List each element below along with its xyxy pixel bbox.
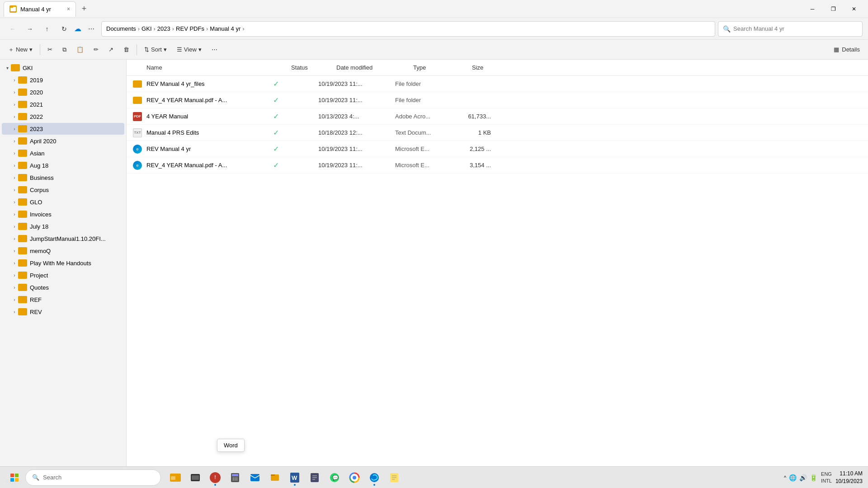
taskbar-whatsapp[interactable]: 💬 — [326, 469, 344, 487]
sidebar-item-aug-18[interactable]: › Aug 18 — [2, 160, 124, 171]
details-button[interactable]: ▦ Details — [829, 42, 864, 57]
paste-button[interactable]: 📋 — [72, 42, 88, 57]
sidebar-item-corpus[interactable]: › Corpus — [2, 184, 124, 196]
sidebar-item-gki[interactable]: ▾ GKI — [2, 62, 124, 74]
file-size: 1 KB — [454, 129, 495, 136]
table-row[interactable]: e REV Manual 4 yr ✓ 10/19/2023 11:... Mi… — [127, 141, 868, 157]
refresh-button[interactable]: ↻ — [57, 22, 71, 36]
file-area: Name Status Date modified Type Size REV … — [127, 60, 868, 474]
search-box[interactable]: 🔍 — [718, 21, 863, 37]
sidebar-item-2021[interactable]: › 2021 — [2, 99, 124, 110]
sidebar-label: Play With Me Handouts — [30, 260, 91, 267]
col-header-type[interactable]: Type — [413, 64, 472, 71]
start-button[interactable] — [5, 469, 24, 487]
datetime-display[interactable]: 11:10 AM 10/19/2023 — [835, 470, 863, 485]
new-button[interactable]: ＋ New ▾ — [4, 42, 37, 57]
sidebar-item-invoices[interactable]: › Invoices — [2, 208, 124, 220]
table-row[interactable]: REV Manual 4 yr_files ✓ 10/19/2023 11:..… — [127, 76, 868, 92]
delete-button[interactable]: 🗑 — [119, 42, 134, 57]
taskbar-files[interactable] — [266, 469, 284, 487]
sidebar-item-asian[interactable]: › Asian — [2, 147, 124, 159]
svg-rect-3 — [171, 476, 175, 480]
close-button[interactable]: ✕ — [844, 1, 864, 17]
tab-close-button[interactable]: × — [67, 6, 70, 12]
taskbar-edge[interactable] — [365, 469, 383, 487]
sidebar-item-july-18[interactable]: › July 18 — [2, 221, 124, 232]
rename-button[interactable]: ✏ — [89, 42, 103, 57]
taskbar-notes[interactable] — [385, 469, 403, 487]
taskbar-outlook[interactable] — [246, 469, 264, 487]
forward-button[interactable]: → — [23, 22, 37, 36]
nav-more-button[interactable]: ⋯ — [84, 22, 99, 36]
search-input[interactable] — [733, 25, 858, 32]
cloud-icon: ☁ — [74, 24, 81, 33]
up-button[interactable]: ↑ — [40, 22, 54, 36]
rename-icon: ✏ — [94, 46, 99, 53]
table-row[interactable]: PDF 4 YEAR Manual ✓ 10/13/2023 4:... Ado… — [127, 108, 868, 125]
sidebar-label: 2022 — [30, 113, 43, 120]
col-header-date[interactable]: Date modified — [336, 64, 413, 71]
more-button[interactable]: ⋯ — [207, 42, 222, 57]
col-header-name[interactable]: Name — [146, 64, 291, 71]
back-button[interactable]: ← — [5, 22, 20, 36]
folder-icon — [18, 186, 27, 193]
view-button[interactable]: ☰ View ▾ — [172, 42, 206, 57]
table-row[interactable]: TXT Manual 4 PRS Edits ✓ 10/18/2023 12:.… — [127, 125, 868, 141]
file-type: File folder — [395, 80, 454, 87]
status-ok-icon: ✓ — [273, 96, 279, 104]
sidebar-label: Corpus — [30, 187, 49, 193]
table-row[interactable]: e REV_4 YEAR Manual.pdf - A... ✓ 10/19/2… — [127, 157, 868, 174]
sidebar-item-2020[interactable]: › 2020 — [2, 86, 124, 98]
taskbar-word[interactable]: W — [286, 469, 304, 487]
taskbar-calculator[interactable] — [226, 469, 244, 487]
sidebar-item-2023[interactable]: › 2023 — [2, 123, 124, 135]
taskbar-filemanager[interactable] — [186, 469, 204, 487]
sidebar-item-april-2020[interactable]: › April 2020 — [2, 135, 124, 147]
folder-icon — [18, 113, 27, 120]
cut-button[interactable]: ✂ — [43, 42, 57, 57]
folder-icon — [18, 76, 27, 84]
col-header-status[interactable]: Status — [291, 64, 336, 71]
status-ok-icon: ✓ — [273, 161, 279, 169]
sidebar-item-quotes[interactable]: › Quotes — [2, 282, 124, 293]
taskbar-badge-app[interactable]: ! — [206, 469, 224, 487]
sidebar-item-project[interactable]: › Project — [2, 269, 124, 281]
share-button[interactable]: ↗ — [104, 42, 118, 57]
taskbar-memo[interactable] — [306, 469, 324, 487]
paste-icon: 📋 — [76, 46, 84, 53]
taskbar-right: ^ 🌐 🔊 🔋 ENGINTL 11:10 AM 10/19/2023 — [784, 470, 863, 485]
maximize-button[interactable]: ❐ — [823, 1, 844, 17]
sidebar-item-rev[interactable]: › REV — [2, 306, 124, 318]
taskbar-explorer[interactable] — [166, 469, 184, 487]
minimize-button[interactable]: ─ — [802, 1, 823, 17]
sidebar-item-memoq[interactable]: › memoQ — [2, 245, 124, 257]
taskbar-chrome[interactable] — [345, 469, 363, 487]
col-header-size[interactable]: Size — [472, 64, 513, 71]
copy-button[interactable]: ⧉ — [58, 42, 71, 57]
sidebar-label: Invoices — [30, 211, 52, 218]
tab-manual[interactable]: Manual 4 yr × — [4, 1, 76, 17]
svg-rect-7 — [232, 474, 238, 476]
tray-up-arrow[interactable]: ^ — [784, 475, 786, 480]
sidebar-item-business[interactable]: › Business — [2, 172, 124, 183]
sidebar-item-ref[interactable]: › REF — [2, 294, 124, 305]
sidebar-item-jumpstartmanual1.10.20fi...[interactable]: › JumpStartManual1.10.20FI... — [2, 233, 124, 244]
expand-icon: › — [11, 139, 18, 144]
breadcrumb-revpdfs: REV PDFs — [176, 25, 204, 32]
nav-bar: ← → ↑ ↻ ☁ ⋯ Documents › GKI › 2023 › REV… — [0, 18, 868, 40]
tray-volume-icon[interactable]: 🔊 — [799, 474, 807, 481]
sidebar-item-play-with-me-handouts[interactable]: › Play With Me Handouts — [2, 257, 124, 269]
sidebar-item-2022[interactable]: › 2022 — [2, 111, 124, 122]
new-tab-button[interactable]: + — [78, 3, 90, 15]
taskbar-search[interactable]: 🔍 Search — [25, 469, 161, 486]
table-row[interactable]: REV_4 YEAR Manual.pdf - A... ✓ 10/19/202… — [127, 92, 868, 108]
sidebar-item-glo[interactable]: › GLO — [2, 196, 124, 208]
sidebar-label: memoQ — [30, 248, 51, 254]
folder-icon — [18, 272, 27, 279]
file-date: 10/13/2023 4:... — [318, 113, 395, 120]
sidebar-item-2019[interactable]: › 2019 — [2, 74, 124, 86]
expand-icon: › — [11, 151, 18, 156]
breadcrumb[interactable]: Documents › GKI › 2023 › REV PDFs › Manu… — [101, 21, 715, 37]
sort-button[interactable]: ⇅ Sort ▾ — [140, 42, 171, 57]
breadcrumb-sep-1: › — [138, 25, 140, 32]
